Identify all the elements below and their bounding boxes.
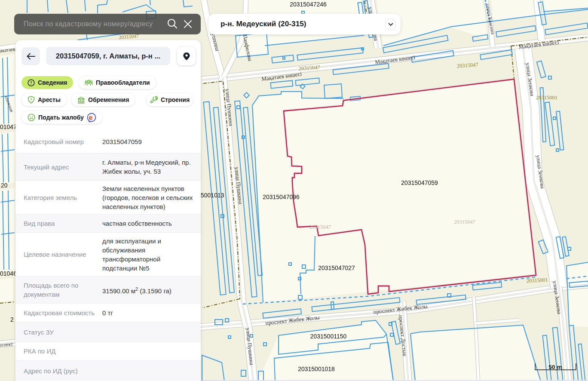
svg-text:20315001150: 20315001150	[310, 333, 347, 340]
svg-text:20315047: 20315047	[309, 224, 331, 230]
svg-text:20315047059: 20315047059	[401, 179, 438, 186]
svg-text:01046: 01046	[0, 270, 17, 277]
svg-text:20315001: 20315001	[536, 95, 557, 101]
svg-text:20315047096: 20315047096	[263, 194, 300, 200]
svg-text:01047: 01047	[0, 123, 17, 130]
svg-text:e: e	[89, 114, 92, 121]
svg-text:20315047027: 20315047027	[318, 264, 355, 271]
svg-text:5001013: 5001013	[201, 192, 224, 199]
svg-text:20: 20	[1, 182, 8, 189]
svg-text:20315047: 20315047	[454, 219, 475, 225]
svg-text:20315047246: 20315047246	[290, 1, 327, 8]
svg-text:20315001: 20315001	[526, 277, 548, 284]
svg-text:20315001018: 20315001018	[298, 366, 335, 372]
svg-text:50 m: 50 m	[549, 364, 562, 370]
svg-text:2: 2	[10, 316, 14, 323]
